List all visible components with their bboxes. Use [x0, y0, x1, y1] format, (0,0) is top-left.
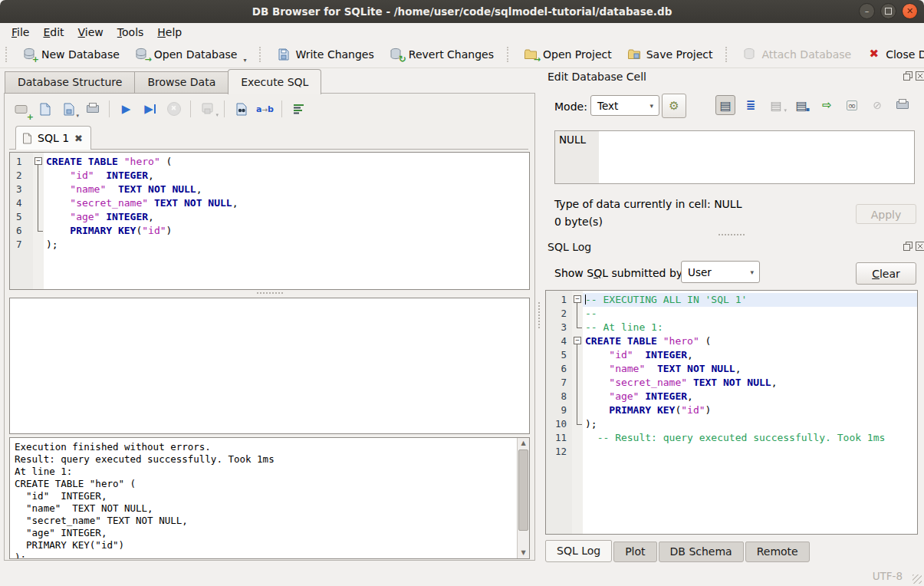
toolbar-separator [281, 100, 282, 117]
apply-button[interactable]: Apply [856, 204, 916, 224]
open-external-icon: ⇨ [822, 98, 832, 112]
dock-tab-plot[interactable]: Plot [613, 542, 656, 562]
close-tab-icon[interactable]: ✖ [74, 133, 83, 144]
mode-value: Text [597, 100, 618, 112]
close-panel-icon[interactable] [916, 242, 924, 251]
scroll-down-icon[interactable]: ▼ [518, 548, 529, 558]
fold-marker-icon[interactable]: − [33, 155, 44, 169]
open-database-icon: → [135, 47, 150, 61]
export-cell-data-button[interactable]: ▤▪ [791, 95, 811, 115]
sql-editor[interactable]: 1−CREATE TABLE "hero" (2 "id" INTEGER,3 … [9, 152, 530, 290]
code-line: 4−CREATE TABLE "hero" ( [546, 334, 917, 348]
open-project-icon: → [524, 47, 538, 61]
new-database-icon: + [22, 47, 37, 61]
tab-browse-data[interactable]: Browse Data [134, 71, 228, 94]
dock-tab-remote[interactable]: Remote [745, 542, 810, 562]
execute-current-line-button[interactable]: ▶ [140, 99, 160, 119]
close-database-button[interactable]: ✖ Close Database [859, 43, 924, 66]
copy-link-button[interactable]: ∞ [842, 95, 862, 115]
open-project-label: Open Project [543, 48, 612, 61]
open-database-label: Open Database [154, 48, 238, 61]
float-panel-icon[interactable] [903, 242, 912, 251]
sql-editor-tab[interactable]: SQL 1 ✖ [15, 126, 91, 150]
scroll-up-icon[interactable]: ▲ [518, 438, 529, 449]
fold-marker-icon [33, 210, 44, 224]
find-replace-button[interactable]: a→b [255, 99, 275, 119]
write-changes-button[interactable]: Write Changes [268, 43, 381, 66]
attach-database-button[interactable]: Attach Database [735, 43, 859, 66]
tab-database-structure[interactable]: Database Structure [5, 71, 134, 94]
auto-mode-button[interactable]: ⚙ [662, 94, 686, 118]
mode-select[interactable]: Text ▾ [590, 95, 659, 116]
dock-tab-db-schema[interactable]: DB Schema [659, 542, 744, 562]
print-sql-button[interactable] [82, 99, 103, 119]
code-line: 3 "name" TEXT NOT NULL, [10, 183, 529, 196]
new-sql-tab-button[interactable]: + [11, 99, 31, 119]
scrollbar-thumb[interactable] [518, 449, 528, 531]
menu-view[interactable]: View [71, 25, 110, 40]
tab-execute-sql[interactable]: Execute SQL [228, 69, 321, 94]
menu-tools[interactable]: Tools [110, 25, 151, 40]
dock-tab-sql-log[interactable]: SQL Log [545, 540, 612, 562]
text-document-icon: ▤ [719, 98, 731, 113]
fold-marker-icon [572, 390, 583, 403]
float-panel-icon[interactable] [903, 71, 912, 81]
word-wrap-button[interactable]: ≣ [741, 95, 761, 115]
editor-results-splitter[interactable] [5, 290, 534, 295]
toolbar-drag-handle[interactable] [259, 47, 265, 62]
new-database-button[interactable]: + New Database [15, 43, 127, 66]
menu-file[interactable]: File [5, 25, 36, 40]
save-project-button[interactable]: Save Project [620, 43, 721, 66]
cell-value-editor[interactable]: NULL [554, 130, 915, 184]
sql-log-dock-controls [903, 242, 924, 251]
resize-grip[interactable] [912, 574, 922, 584]
revert-changes-button[interactable]: ↻ Revert Changes [382, 43, 501, 66]
open-sql-file-button[interactable] [35, 99, 55, 119]
code-line: 6 "name" TEXT NOT NULL, [546, 362, 917, 376]
code-line: 7); [10, 238, 529, 252]
clear-log-button[interactable]: Clear [856, 262, 916, 285]
open-database-button[interactable]: → Open Database ▾ [127, 43, 255, 66]
fold-marker-icon[interactable]: − [572, 334, 583, 348]
execute-all-button[interactable]: ▶ [116, 99, 136, 119]
open-project-button[interactable]: → Open Project [516, 43, 620, 66]
set-null-button[interactable]: ⊘ [867, 95, 887, 115]
toolbar-drag-handle[interactable] [5, 47, 11, 62]
execution-summary-pane[interactable]: Execution finished without errors. Resul… [9, 437, 530, 559]
sql-source-select[interactable]: User ▾ [681, 261, 760, 283]
minimize-button[interactable]: – [859, 3, 875, 19]
maximize-button[interactable] [880, 3, 896, 19]
find-button[interactable] [231, 99, 252, 119]
results-grid[interactable] [9, 298, 530, 434]
results-scrollbar[interactable]: ▲ ▼ [517, 438, 529, 558]
open-external-button[interactable]: ⇨ [817, 95, 837, 115]
format-sql-button[interactable] [288, 99, 309, 119]
fold-marker-icon [33, 196, 44, 210]
menu-edit[interactable]: Edit [36, 25, 71, 40]
dock-splitter[interactable] [539, 232, 924, 237]
sql-source-value: User [688, 266, 712, 278]
save-results-button[interactable]: ▾ [197, 99, 218, 119]
code-line: 2 "id" INTEGER, [10, 169, 529, 183]
fold-marker-icon[interactable]: − [572, 293, 583, 307]
close-window-button[interactable]: ✕ [902, 3, 918, 19]
splitter-handle-icon [257, 292, 283, 294]
dropdown-icon: ▾ [215, 112, 219, 118]
print-cell-button[interactable] [893, 95, 912, 115]
link-icon: ∞ [847, 100, 858, 110]
window-controls: – ✕ [859, 3, 918, 19]
toolbar-drag-handle[interactable] [725, 47, 731, 62]
maximize-icon [885, 8, 892, 15]
close-panel-icon[interactable] [916, 71, 924, 81]
text-mode-button[interactable]: ▤ [715, 95, 735, 115]
open-database-dropdown-icon[interactable]: ▾ [243, 57, 246, 66]
sql-log-view[interactable]: 1−-- EXECUTING ALL IN 'SQL 1'2--3-- At l… [545, 290, 918, 535]
cell-value-area[interactable] [599, 131, 914, 183]
menu-help[interactable]: Help [150, 25, 189, 40]
stop-execution-button[interactable]: ✖ [163, 99, 184, 119]
import-cell-data-button[interactable]: ▤▾ [766, 95, 786, 115]
save-sql-file-button[interactable]: ▾ [58, 99, 79, 119]
set-null-icon: ⊘ [873, 99, 882, 111]
app-window: DB Browser for SQLite - /home/user/code/… [0, 0, 924, 586]
toolbar-drag-handle[interactable] [507, 47, 512, 62]
